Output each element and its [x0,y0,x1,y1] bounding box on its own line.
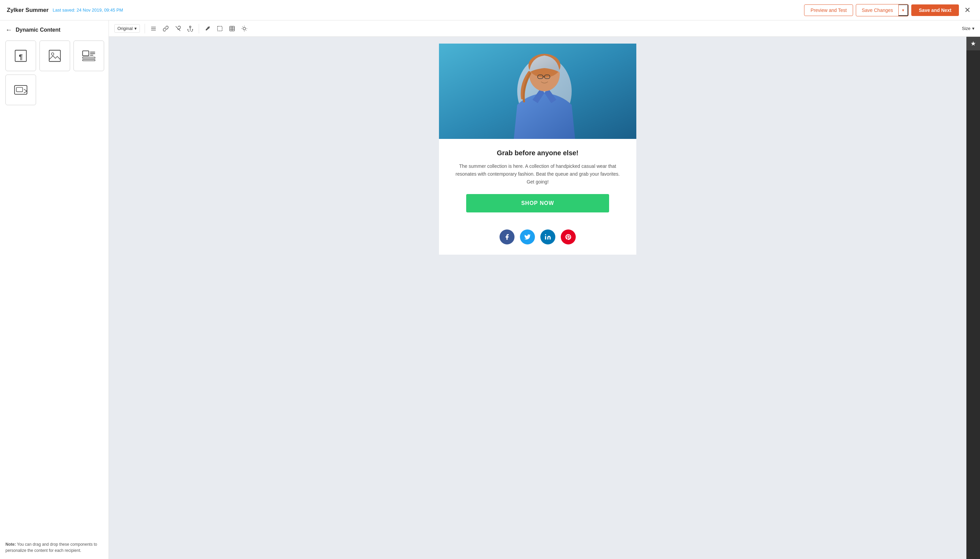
header-left: Zylker Summer Last saved: 24 Nov 2019, 0… [7,7,123,13]
shop-now-button[interactable]: SHOP NOW [466,194,609,212]
svg-text:¶: ¶ [19,53,23,61]
editor-toolbar: Original ▾ Size ▾ [109,20,980,37]
table-icon[interactable] [228,25,236,32]
email-hero-image [439,44,636,139]
email-body: Grab before anyone else! The summer coll… [439,139,636,223]
original-label: Original [117,26,133,31]
pinterest-icon[interactable] [561,230,576,245]
component-grid-row2 [5,74,103,105]
right-side-panel: ★ [967,20,980,559]
selection-icon[interactable] [216,25,224,32]
original-dropdown[interactable]: Original ▾ [114,24,140,33]
linkedin-icon[interactable] [540,230,555,245]
sidebar-title: Dynamic Content [16,27,61,33]
size-dropdown[interactable]: Size ▾ [962,26,975,31]
close-button[interactable]: ✕ [962,5,973,16]
fill-color-icon[interactable] [204,25,211,32]
dynamic-icon [13,83,28,98]
svg-point-38 [545,234,546,235]
save-changes-button-group: Save Changes ▾ [856,4,909,17]
component-grid-row1: ¶ [5,41,103,71]
note-label: Note: [5,542,16,547]
svg-rect-29 [16,88,23,92]
image-text-icon [81,48,96,63]
star-panel-button[interactable]: ★ [967,37,980,50]
preview-and-test-button[interactable]: Preview and Test [804,5,853,16]
email-canvas: Grab before anyone else! The summer coll… [439,44,636,255]
email-body-text: The summer collection is here. A collect… [452,162,623,186]
social-icons-row [439,223,636,255]
text-icon: ¶ [13,48,28,63]
svg-rect-27 [82,60,95,61]
dynamic-content-sidebar: ← Dynamic Content ¶ [0,20,109,559]
facebook-icon[interactable] [500,230,515,245]
toolbar-separator-2 [199,24,199,33]
header-actions: Preview and Test Save Changes ▾ Save and… [804,4,973,17]
back-button[interactable]: ← [5,26,12,34]
size-label: Size [962,26,970,31]
dropdown-chevron: ▾ [134,26,137,31]
svg-rect-37 [545,236,546,240]
svg-rect-26 [82,57,95,59]
effects-icon[interactable] [241,25,248,32]
note-text: You can drag and drop these components t… [5,542,97,553]
size-chevron: ▾ [972,26,975,31]
image-block-component[interactable] [40,41,70,71]
svg-rect-22 [82,51,89,56]
text-block-component[interactable]: ¶ [5,41,36,71]
sidebar-header: ← Dynamic Content [5,26,103,34]
svg-line-15 [246,30,246,30]
last-saved-text: Last saved: 24 Nov 2019, 09:45 PM [53,8,123,13]
image-text-block-component[interactable] [74,41,104,71]
svg-point-4 [190,26,191,28]
unlink-icon[interactable] [174,25,182,32]
email-canvas-area: Grab before anyone else! The summer coll… [109,20,967,559]
twitter-icon[interactable] [520,230,535,245]
campaign-title: Zylker Summer [7,7,49,13]
save-changes-dropdown-arrow[interactable]: ▾ [898,5,908,16]
email-headline: Grab before anyone else! [452,149,623,157]
image-icon [47,48,62,63]
dynamic-block-component[interactable] [5,74,36,105]
svg-rect-20 [49,50,61,61]
svg-rect-6 [218,26,222,31]
align-icon[interactable] [150,25,157,32]
anchor-icon[interactable] [186,25,194,32]
main-layout: ← Dynamic Content ¶ [0,20,980,559]
toolbar-separator-1 [145,24,145,33]
save-changes-main-button[interactable]: Save Changes [856,5,898,16]
sidebar-note: Note: You can drag and drop these compon… [5,541,103,554]
save-and-next-button[interactable]: Save and Next [911,5,959,16]
svg-point-21 [51,53,54,55]
svg-line-14 [242,26,243,27]
top-header: Zylker Summer Last saved: 24 Nov 2019, 0… [0,0,980,20]
svg-point-11 [243,27,246,30]
hero-svg [439,44,636,139]
link-icon[interactable] [162,25,170,32]
